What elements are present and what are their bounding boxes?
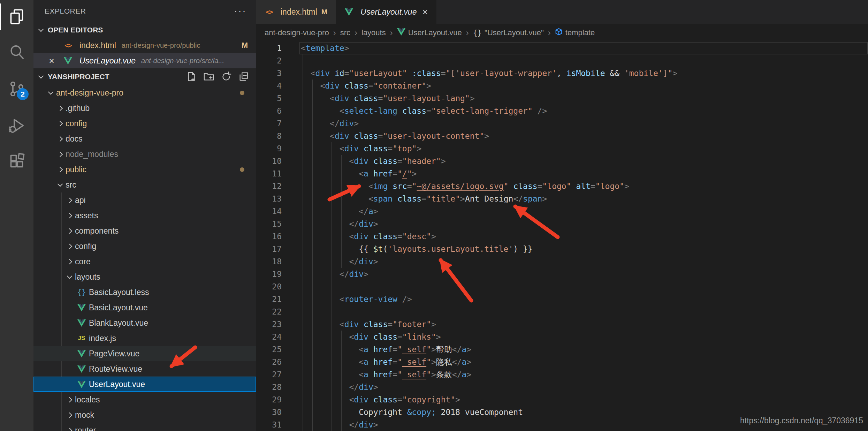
chevron-right-icon[interactable] [67, 428, 73, 431]
extensions-icon[interactable] [0, 144, 33, 178]
more-actions-icon[interactable]: ··· [234, 5, 246, 17]
code-editor[interactable]: 1<template>23 <div id="userLayout" :clas… [256, 42, 868, 431]
chevron-right-icon[interactable] [58, 136, 63, 142]
chevron-right-icon[interactable] [67, 228, 73, 234]
chevron-right-icon[interactable] [58, 105, 63, 111]
code-line-27[interactable]: 27 <a href="_self">条款</a> [256, 368, 868, 381]
code-line-15[interactable]: 15 </div> [256, 218, 868, 230]
code-line-5[interactable]: 5 <div class="user-layout-lang"> [256, 92, 868, 105]
chevron-right-icon[interactable] [67, 412, 73, 418]
code-text: <template> [301, 42, 349, 54]
tree-item-api[interactable]: api [33, 192, 256, 208]
line-number: 6 [256, 105, 289, 117]
code-line-18[interactable]: 18 </div> [256, 255, 868, 268]
chevron-right-icon[interactable] [67, 197, 73, 203]
tab-UserLayout.vue[interactable]: UserLayout.vue× [336, 0, 436, 24]
tree-item-mock[interactable]: mock [33, 407, 256, 423]
tree-item-router[interactable]: router [33, 423, 256, 431]
breadcrumb-item-template[interactable]: template [555, 28, 595, 38]
vscode-window: 2 EXPLORER ··· OPEN EDITORS <>index.html… [0, 0, 868, 431]
code-line-7[interactable]: 7 </div> [256, 117, 868, 130]
close-icon[interactable]: × [47, 56, 56, 66]
chevron-down-icon[interactable] [58, 181, 63, 187]
search-icon[interactable] [0, 36, 33, 69]
line-number: 20 [256, 280, 289, 293]
chevron-right-icon[interactable] [58, 121, 63, 126]
code-line-9[interactable]: 9 <div class="top"> [256, 142, 868, 155]
tab-index.html[interactable]: <>index.htmlM [256, 0, 336, 24]
explorer-icon[interactable] [0, 0, 33, 33]
run-debug-icon[interactable] [0, 109, 33, 142]
code-line-11[interactable]: 11 <a href="/"> [256, 167, 868, 180]
chevron-right-icon[interactable] [67, 397, 73, 402]
tree-item-PageView.vue[interactable]: PageView.vue [33, 346, 256, 361]
tree-item-core[interactable]: core [33, 254, 256, 269]
code-line-10[interactable]: 10 <div class="header"> [256, 155, 868, 167]
code-line-12[interactable]: 12 <img src="~@/assets/logo.svg" class="… [256, 180, 868, 192]
chevron-right-icon[interactable] [67, 259, 73, 264]
tree-item-RouteView.vue[interactable]: RouteView.vue [33, 361, 256, 377]
code-line-23[interactable]: 23 <div class="footer"> [256, 318, 868, 331]
code-line-14[interactable]: 14 </a> [256, 205, 868, 218]
code-line-1[interactable]: 1<template> [256, 42, 868, 54]
tree-item-docs[interactable]: docs [33, 131, 256, 146]
tree-item-UserLayout.vue[interactable]: UserLayout.vue [33, 377, 256, 392]
tree-item-index.js[interactable]: JSindex.js [33, 331, 256, 346]
vue-icon [63, 57, 73, 65]
tree-item-ant-design-vue-pro[interactable]: ant-design-vue-pro [33, 85, 256, 100]
code-line-4[interactable]: 4 <div class="container"> [256, 80, 868, 92]
code-line-24[interactable]: 24 <div class="links"> [256, 331, 868, 343]
tree-item-config[interactable]: config [33, 116, 256, 131]
breadcrumb-label: src [340, 28, 350, 37]
refresh-icon[interactable] [221, 71, 232, 82]
close-icon[interactable]: × [422, 7, 428, 17]
chevron-right-icon[interactable] [58, 151, 63, 157]
code-line-17[interactable]: 17 {{ $t('layouts.userLayout.title') }} [256, 243, 868, 255]
new-file-icon[interactable] [186, 71, 197, 82]
tree-item-config[interactable]: config [33, 239, 256, 254]
chevron-right-icon[interactable] [67, 243, 73, 249]
code-line-6[interactable]: 6 <select-lang class="select-lang-trigge… [256, 105, 868, 117]
breadcrumb-item-UserLayout.vue[interactable]: UserLayout.vue [397, 28, 462, 38]
new-folder-icon[interactable] [203, 71, 214, 82]
tree-item-BlankLayout.vue[interactable]: BlankLayout.vue [33, 315, 256, 331]
tree-item-assets[interactable]: assets [33, 208, 256, 223]
collapse-all-icon[interactable] [238, 71, 249, 82]
chevron-right-icon[interactable] [67, 213, 73, 218]
open-editors-section-header[interactable]: OPEN EDITORS [33, 22, 256, 38]
code-line-19[interactable]: 19 </div> [256, 268, 868, 280]
source-control-icon[interactable]: 2 [0, 72, 33, 106]
tree-item-layouts[interactable]: layouts [33, 269, 256, 285]
tree-item-BasicLayout.vue[interactable]: BasicLayout.vue [33, 300, 256, 315]
breadcrumb-item-UserLayout.vue[interactable]: {}"UserLayout.vue" [473, 28, 544, 37]
code-line-21[interactable]: 21 <router-view /> [256, 293, 868, 305]
breadcrumb-item-src[interactable]: src [340, 28, 350, 37]
breadcrumb-item-ant-design-vue-pro[interactable]: ant-design-vue-pro [265, 28, 329, 37]
tree-item-.github[interactable]: .github [33, 100, 256, 116]
code-line-29[interactable]: 29 <div class="copyright"> [256, 393, 868, 406]
code-line-3[interactable]: 3 <div id="userLayout" :class="['user-la… [256, 67, 868, 80]
chevron-down-icon[interactable] [48, 89, 54, 94]
breadcrumb-item-layouts[interactable]: layouts [361, 28, 386, 37]
tree-item-src[interactable]: src [33, 177, 256, 192]
tree-item-components[interactable]: components [33, 223, 256, 239]
code-line-16[interactable]: 16 <div class="desc"> [256, 230, 868, 243]
chevron-down-icon[interactable] [67, 273, 73, 279]
tree-item-label: index.js [89, 334, 116, 343]
tree-item-public[interactable]: public [33, 162, 256, 177]
code-line-13[interactable]: 13 <span class="title">Ant Design</span> [256, 192, 868, 205]
code-line-8[interactable]: 8 <div class="user-layout-content"> [256, 130, 868, 142]
code-line-28[interactable]: 28 </div> [256, 381, 868, 393]
tree-item-node_modules[interactable]: node_modules [33, 146, 256, 162]
code-line-22[interactable]: 22 [256, 305, 868, 318]
code-line-26[interactable]: 26 <a href="_self">隐私</a> [256, 356, 868, 368]
chevron-right-icon[interactable] [58, 167, 63, 172]
open-editor-item-UserLayout.vue[interactable]: ×UserLayout.vueant-design-vue-pro/src/la… [33, 53, 256, 68]
code-line-20[interactable]: 20 [256, 280, 868, 293]
code-line-25[interactable]: 25 <a href="_self">帮助</a> [256, 343, 868, 356]
tree-item-BasicLayout.less[interactable]: {}BasicLayout.less [33, 285, 256, 300]
open-editor-item-index.html[interactable]: <>index.htmlant-design-vue-pro/publicM [33, 38, 256, 53]
tree-item-locales[interactable]: locales [33, 392, 256, 407]
code-line-2[interactable]: 2 [256, 54, 868, 67]
braces-icon: {} [473, 29, 482, 37]
